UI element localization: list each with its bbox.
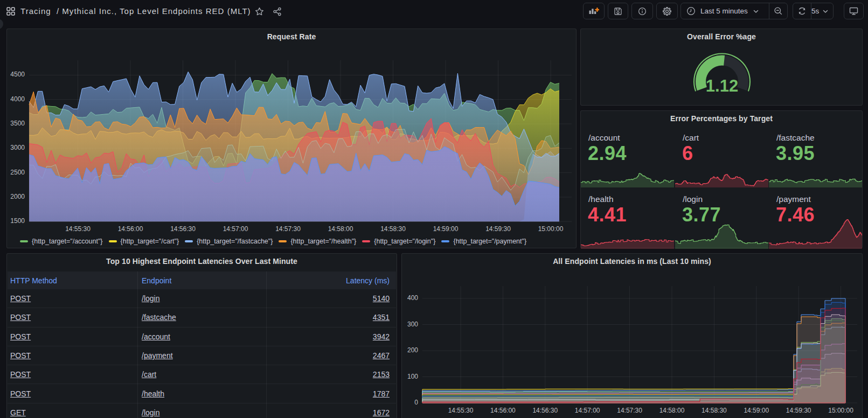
svg-text:1.12: 1.12 [706,76,738,95]
